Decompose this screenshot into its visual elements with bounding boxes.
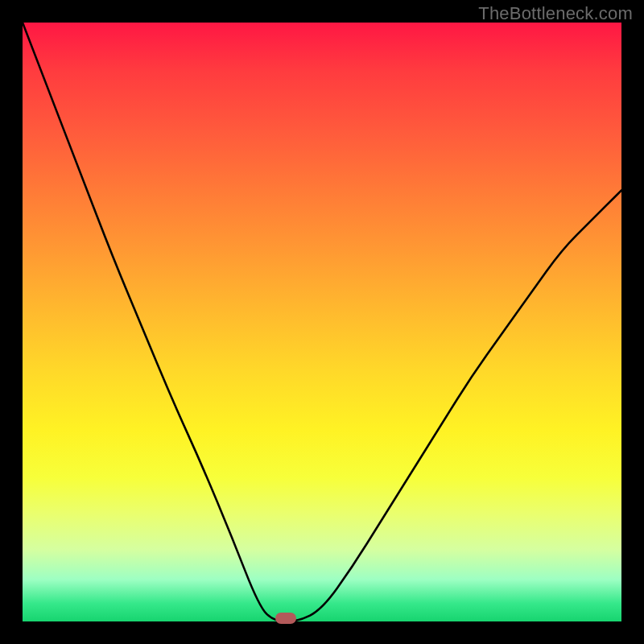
optimal-point-marker: [275, 613, 296, 624]
plot-area: [23, 23, 621, 621]
watermark-text: TheBottleneck.com: [478, 3, 633, 24]
chart-frame: TheBottleneck.com: [0, 0, 644, 644]
bottleneck-curve: [23, 23, 621, 621]
